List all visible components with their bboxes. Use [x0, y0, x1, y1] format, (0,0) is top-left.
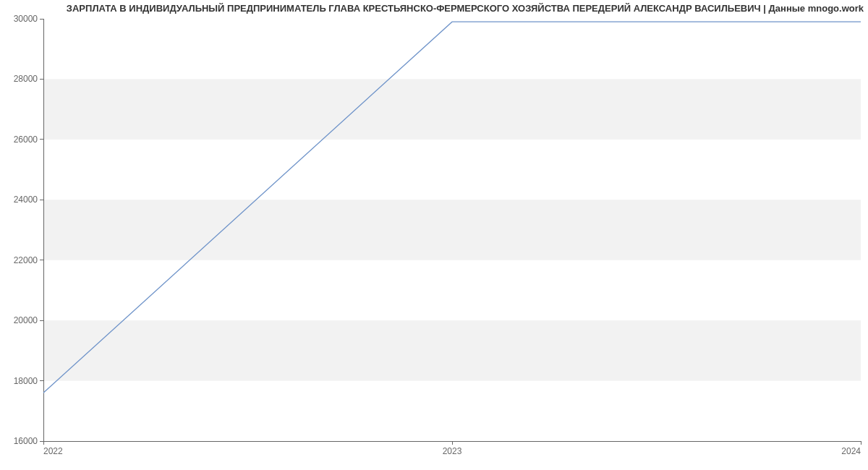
y-tick-label: 30000 — [14, 14, 38, 24]
y-tick-label: 22000 — [14, 255, 38, 265]
y-tick-label: 20000 — [14, 315, 38, 325]
y-tick-label: 16000 — [14, 436, 38, 446]
x-tick-label: 2024 — [841, 446, 861, 456]
chart-svg: 1600018000200002200024000260002800030000… — [0, 0, 868, 470]
y-tick-label: 18000 — [14, 376, 38, 386]
y-tick-label: 26000 — [14, 134, 38, 145]
y-tick-label: 28000 — [14, 74, 38, 84]
x-tick-label: 2022 — [43, 446, 63, 456]
y-tick-label: 24000 — [14, 195, 38, 205]
grid-band — [43, 200, 861, 260]
chart-title: ЗАРПЛАТА В ИНДИВИДУАЛЬНЫЙ ПРЕДПРИНИМАТЕЛ… — [0, 3, 868, 14]
salary-chart: ЗАРПЛАТА В ИНДИВИДУАЛЬНЫЙ ПРЕДПРИНИМАТЕЛ… — [0, 0, 868, 470]
x-tick-label: 2023 — [443, 446, 462, 456]
grid-band — [43, 79, 861, 139]
grid-band — [43, 320, 861, 380]
